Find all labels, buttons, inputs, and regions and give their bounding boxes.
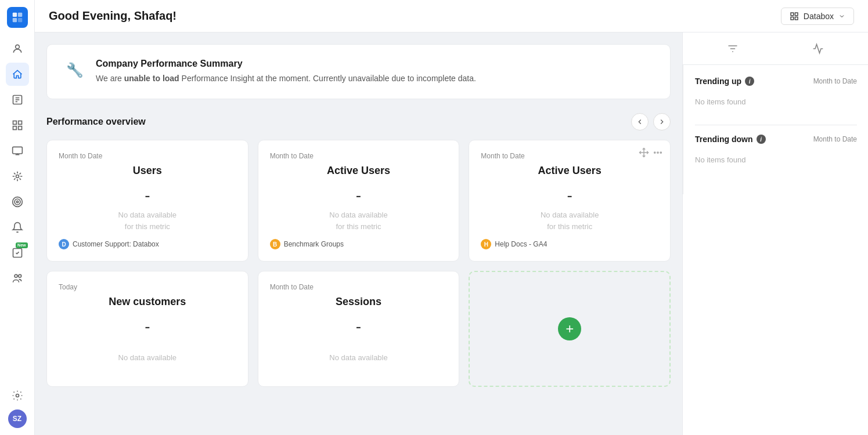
summary-title: Company Performance Summary (96, 59, 476, 69)
trending-down-date: Month to Date (813, 135, 857, 143)
right-panel-header (683, 32, 868, 65)
trending-up-section: Trending up i Month to Date No items fou… (695, 77, 857, 111)
perf-overview-header: Performance overview (46, 113, 671, 130)
chevron-right-icon (658, 118, 666, 126)
sidebar-item-team[interactable] (6, 267, 29, 290)
trending-down-section: Trending down i Month to Date No items f… (695, 135, 857, 169)
summary-description: We are unable to load Performance Insigh… (96, 72, 476, 85)
chevron-left-icon (636, 118, 644, 126)
card-no-data-sessions: No data available (270, 340, 448, 375)
app-logo[interactable] (7, 7, 28, 28)
card-value-sessions: - (270, 317, 448, 336)
svg-rect-27 (795, 17, 798, 20)
svg-rect-2 (12, 18, 16, 22)
card-value-users: - (59, 186, 236, 205)
trending-down-label: Trending down i (695, 135, 766, 144)
source-icon-active-2: H (481, 239, 491, 249)
svg-point-16 (16, 175, 19, 178)
trending-down-header: Trending down i Month to Date (695, 135, 857, 144)
add-metric-button[interactable]: + (558, 317, 581, 340)
trending-up-label: Trending up i (695, 77, 754, 86)
sidebar-item-tv[interactable] (6, 139, 29, 162)
main-area: Good Evening, Shafaq! Databox 🔧 Company … (35, 0, 868, 435)
card-value-new-customers: - (59, 317, 236, 336)
card-title-users: Users (59, 165, 236, 177)
nav-next-button[interactable] (653, 113, 671, 130)
dashboard-content: 🔧 Company Performance Summary We are una… (35, 32, 682, 435)
nav-prev-button[interactable] (631, 113, 649, 130)
card-value-active-1: - (270, 186, 448, 205)
svg-rect-3 (17, 18, 21, 22)
sidebar-item-dashboards[interactable] (6, 114, 29, 137)
svg-point-4 (15, 45, 19, 49)
activity-icon[interactable] (812, 43, 824, 55)
workspace-label: Databox (804, 12, 834, 21)
content-wrapper: 🔧 Company Performance Summary We are una… (35, 32, 868, 435)
trending-up-info-icon[interactable]: i (745, 77, 754, 86)
performance-summary: 🔧 Company Performance Summary We are una… (46, 44, 671, 99)
card-value-active-2: - (481, 186, 658, 205)
card-period-users: Month to Date (59, 152, 236, 160)
card-period-active-2: Month to Date (481, 152, 658, 160)
svg-rect-24 (791, 13, 794, 16)
svg-rect-9 (13, 121, 16, 125)
sidebar-item-settings[interactable] (6, 384, 29, 407)
svg-rect-12 (18, 126, 21, 130)
svg-rect-11 (13, 126, 16, 130)
workspace-selector[interactable]: Databox (781, 8, 854, 25)
card-source-active-1: B Benchmark Groups (270, 232, 448, 249)
svg-point-18 (15, 199, 20, 205)
trend-divider (695, 125, 857, 125)
user-avatar[interactable]: SZ (8, 409, 27, 428)
card-title-active-1: Active Users (270, 165, 448, 177)
metric-card-active-users-2: Month to Date Active Users - No data ava… (469, 140, 671, 262)
svg-point-22 (18, 274, 21, 277)
card-title-new-customers: New customers (59, 296, 236, 308)
perf-overview-title: Performance overview (46, 117, 146, 127)
card-no-data-active-2: No data availablefor this metric (481, 209, 658, 232)
source-label-active-2: Help Docs - GA4 (495, 240, 547, 248)
source-label-active-1: Benchmark Groups (284, 240, 344, 248)
trending-up-empty: No items found (695, 93, 857, 111)
sidebar-item-scorecard[interactable] (6, 88, 29, 111)
source-label-users: Customer Support: Databox (73, 240, 159, 248)
workspace-icon (790, 12, 799, 21)
trending-up-date: Month to Date (813, 77, 857, 85)
svg-point-17 (12, 197, 22, 207)
sidebar-item-people[interactable] (6, 37, 29, 60)
chevron-down-icon (838, 13, 845, 20)
sort-icon[interactable] (727, 43, 739, 55)
trending-up-header: Trending up i Month to Date (695, 77, 857, 86)
new-badge: New (16, 242, 27, 248)
svg-rect-26 (791, 17, 794, 20)
svg-point-28 (654, 152, 655, 153)
more-icon[interactable] (653, 147, 663, 158)
sidebar-item-reports[interactable]: New (6, 241, 29, 264)
metric-card-new-customers: Today New customers - No data available (46, 271, 248, 387)
summary-text: Company Performance Summary We are unabl… (96, 59, 476, 85)
sidebar-item-goals[interactable] (6, 190, 29, 213)
metric-card-add-new[interactable]: + (469, 271, 671, 387)
trending-down-info-icon[interactable]: i (757, 135, 766, 144)
source-icon-users: D (59, 239, 69, 249)
card-no-data-users: No data availablefor this metric (59, 209, 236, 232)
sidebar: New SZ (0, 0, 35, 435)
svg-point-21 (15, 274, 17, 277)
sidebar-item-home[interactable] (6, 63, 29, 86)
sidebar-item-alerts[interactable] (6, 216, 29, 239)
cards-grid: Month to Date Users - No data availablef… (46, 140, 671, 387)
card-period-sessions: Month to Date (270, 283, 448, 291)
card-no-data-active-1: No data availablefor this metric (270, 209, 448, 232)
wrench-icon: 🔧 (63, 59, 87, 82)
metric-card-sessions: Month to Date Sessions - No data availab… (258, 271, 460, 387)
metric-card-active-users-1: Month to Date Active Users - No data ava… (258, 140, 460, 262)
nav-arrows (631, 113, 671, 130)
metric-card-users: Month to Date Users - No data availablef… (46, 140, 248, 262)
svg-point-23 (16, 394, 19, 397)
move-icon[interactable] (639, 147, 649, 158)
source-icon-active-1: B (270, 239, 280, 249)
sidebar-item-integrations[interactable] (6, 165, 29, 188)
card-no-data-new-customers: No data available (59, 340, 236, 375)
card-period-new-customers: Today (59, 283, 236, 291)
svg-point-19 (16, 201, 18, 202)
